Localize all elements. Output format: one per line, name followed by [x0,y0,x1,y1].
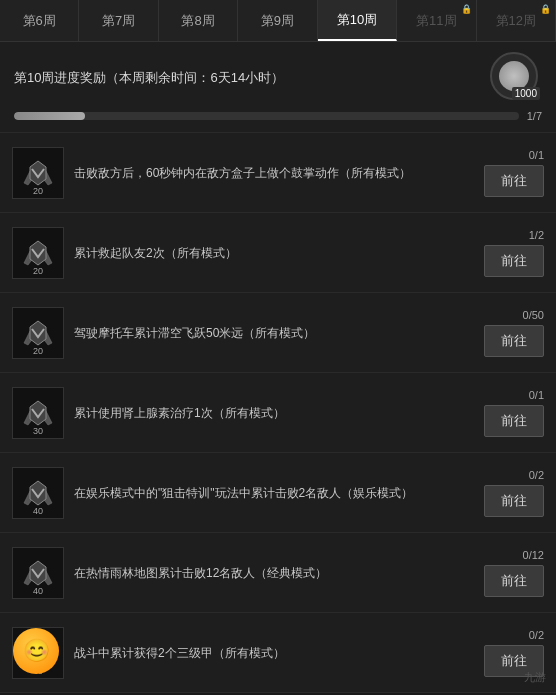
task-icon: 20 [12,307,64,359]
task-points: 40 [33,506,43,516]
tab-week6[interactable]: 第6周 [0,0,79,41]
task-points: 30 [33,426,43,436]
progress-title: 第10周进度奖励（本周剩余时间：6天14小时） [14,69,284,87]
task-content: 战斗中累计获得2个三级甲（所有模式） [74,644,474,662]
svg-marker-2 [30,161,46,185]
task-content: 在热情雨林地图累计击败12名敌人（经典模式） [74,564,474,582]
reward-coin: 1000 [490,52,538,100]
task-item: 20 累计救起队友2次（所有模式） 1/2 前往 [0,213,556,293]
goto-button[interactable]: 前往 [484,245,544,277]
task-progress: 0/50 [523,309,544,321]
task-action: 0/50 前往 [484,309,544,357]
task-action: 0/12 前往 [484,549,544,597]
task-content: 驾驶摩托车累计滞空飞跃50米远（所有模式） [74,324,474,342]
tab-week9[interactable]: 第9周 [238,0,317,41]
task-icon: 40 [12,467,64,519]
goto-button[interactable]: 前往 [484,565,544,597]
progress-label: 1/7 [527,110,542,122]
tab-label: 第10周 [337,11,377,29]
tab-label: 第11周 [416,12,456,30]
task-icon: 30 [12,387,64,439]
svg-marker-14 [30,481,46,505]
svg-marker-17 [30,561,46,585]
tab-label: 第6周 [23,12,56,30]
task-action: 1/2 前往 [484,229,544,277]
task-icon: 20 [12,147,64,199]
task-item: 30 累计使用肾上腺素治疗1次（所有模式） 0/1 前往 [0,373,556,453]
task-description: 累计救起队友2次（所有模式） [74,244,474,262]
lock-icon: 🔒 [461,4,472,14]
task-progress: 0/1 [529,149,544,161]
task-description: 在热情雨林地图累计击败12名敌人（经典模式） [74,564,474,582]
progress-bar-fill [14,112,85,120]
task-icon: 20 [12,227,64,279]
task-item: 40 😊 战斗中累计获得2个三级甲（所有模式） 0/2 前往 [0,613,556,693]
tab-label: 第12周 [496,12,536,30]
task-action: 0/1 前往 [484,389,544,437]
tab-label: 第9周 [261,12,294,30]
lock-icon: 🔒 [540,4,551,14]
task-description: 在娱乐模式中的"狙击特训"玩法中累计击败2名敌人（娱乐模式） [74,484,474,502]
task-content: 累计使用肾上腺素治疗1次（所有模式） [74,404,474,422]
task-progress: 1/2 [529,229,544,241]
svg-marker-8 [30,321,46,345]
task-item: 20 击败敌方后，60秒钟内在敌方盒子上做个鼓掌动作（所有模式） 0/1 前往 [0,133,556,213]
task-action: 0/2 前往 [484,629,544,677]
task-item: 20 驾驶摩托车累计滞空飞跃50米远（所有模式） 0/50 前往 [0,293,556,373]
tab-label: 第7周 [102,12,135,30]
task-item: 40 在娱乐模式中的"狙击特训"玩法中累计击败2名敌人（娱乐模式） 0/2 前往 [0,453,556,533]
tab-week8[interactable]: 第8周 [159,0,238,41]
task-points: 20 [33,266,43,276]
tab-week12[interactable]: 🔒第12周 [477,0,556,41]
task-content: 累计救起队友2次（所有模式） [74,244,474,262]
tab-label: 第8周 [181,12,214,30]
task-description: 战斗中累计获得2个三级甲（所有模式） [74,644,474,662]
svg-marker-5 [30,241,46,265]
tab-week7[interactable]: 第7周 [79,0,158,41]
goto-button[interactable]: 前往 [484,325,544,357]
task-points: 40 [33,586,43,596]
goto-button[interactable]: 前往 [484,405,544,437]
task-list: 20 击败敌方后，60秒钟内在敌方盒子上做个鼓掌动作（所有模式） 0/1 前往 … [0,133,556,695]
task-progress: 0/1 [529,389,544,401]
goto-button[interactable]: 前往 [484,645,544,677]
task-content: 在娱乐模式中的"狙击特训"玩法中累计击败2名敌人（娱乐模式） [74,484,474,502]
task-description: 击败敌方后，60秒钟内在敌方盒子上做个鼓掌动作（所有模式） [74,164,474,182]
task-icon: 40 [12,547,64,599]
svg-marker-11 [30,401,46,425]
task-action: 0/2 前往 [484,469,544,517]
food-icon: 😊 [13,628,59,674]
task-points: 20 [33,346,43,356]
task-progress: 0/2 [529,469,544,481]
tab-week10[interactable]: 第10周 [318,0,397,41]
task-points: 20 [33,186,43,196]
task-progress: 0/12 [523,549,544,561]
goto-button[interactable]: 前往 [484,485,544,517]
task-description: 累计使用肾上腺素治疗1次（所有模式） [74,404,474,422]
task-item: 40 在热情雨林地图累计击败12名敌人（经典模式） 0/12 前往 [0,533,556,613]
goto-button[interactable]: 前往 [484,165,544,197]
progress-bar [14,112,519,120]
task-progress: 0/2 [529,629,544,641]
tab-week11[interactable]: 🔒第11周 [397,0,476,41]
task-action: 0/1 前往 [484,149,544,197]
reward-amount: 1000 [512,87,540,100]
week-tabs: 第6周第7周第8周第9周第10周🔒第11周🔒第12周 [0,0,556,42]
progress-section: 第10周进度奖励（本周剩余时间：6天14小时） 1000 1/7 [0,42,556,133]
task-icon: 40 😊 [12,627,64,679]
task-description: 驾驶摩托车累计滞空飞跃50米远（所有模式） [74,324,474,342]
task-content: 击败敌方后，60秒钟内在敌方盒子上做个鼓掌动作（所有模式） [74,164,474,182]
